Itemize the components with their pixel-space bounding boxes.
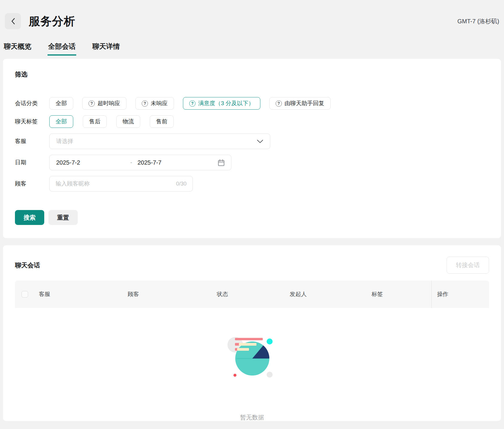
sessions-title: 聊天会话 bbox=[15, 261, 40, 269]
sessions-table: 客服 顾客 状态 发起人 标签 操作 bbox=[15, 281, 489, 420]
empty-state-text: 暂无数据 bbox=[15, 413, 489, 422]
sessions-card: 聊天会话 转接会话 客服 顾客 状态 发起人 标签 bbox=[3, 245, 501, 421]
chip-label: 未响应 bbox=[151, 99, 168, 107]
chip-label: 售前 bbox=[156, 118, 167, 125]
customer-input[interactable] bbox=[56, 180, 176, 187]
filter-card: 筛选 会话分类 全部 ? 超时响应 ? 未响应 bbox=[3, 59, 501, 238]
tab[interactable]: 全部会话 bbox=[48, 42, 76, 56]
table-body: 暂无数据 bbox=[15, 308, 489, 420]
topbar: 服务分析 GMT-7 (洛杉矶) bbox=[0, 0, 504, 29]
illo-dot bbox=[267, 372, 273, 378]
question-circle-icon: ? bbox=[276, 100, 282, 107]
question-circle-icon: ? bbox=[189, 100, 196, 107]
filter-row-customer: 顾客 0/30 bbox=[15, 176, 489, 191]
empty-pie-chart-illustration bbox=[222, 332, 282, 380]
filter-row-category: 会话分类 全部 ? 超时响应 ? 未响应 bbox=[15, 97, 489, 110]
timezone-label: GMT-7 (洛杉矶) bbox=[457, 17, 499, 25]
tab-bar: 聊天概览 全部会话 聊天详情 bbox=[0, 42, 504, 56]
question-circle-icon: ? bbox=[88, 100, 95, 107]
customer-input-wrap: 0/30 bbox=[49, 176, 193, 191]
category-chips: 全部 ? 超时响应 ? 未响应 ? 满意度（3 分及以下） bbox=[49, 97, 331, 110]
filter-row-agent: 客服 请选择 bbox=[15, 134, 489, 149]
illo-dot bbox=[267, 338, 273, 344]
illo-bar bbox=[239, 343, 256, 346]
pie-chart-icon bbox=[235, 341, 269, 376]
tag-chip[interactable]: 售前 bbox=[150, 115, 174, 128]
tag-chip[interactable]: 物流 bbox=[116, 115, 140, 128]
agent-label: 客服 bbox=[15, 137, 49, 145]
filter-actions: 搜索 重置 bbox=[15, 210, 489, 225]
chip-label: 由聊天助手回复 bbox=[285, 99, 324, 107]
category-chip[interactable]: ? 未响应 bbox=[135, 97, 174, 110]
sessions-header: 聊天会话 转接会话 bbox=[15, 257, 489, 274]
column-header: 标签 bbox=[372, 290, 383, 298]
select-all-checkbox[interactable] bbox=[22, 291, 28, 298]
fixed-column-divider bbox=[431, 281, 432, 308]
illo-dot bbox=[233, 374, 236, 377]
tab[interactable]: 聊天详情 bbox=[92, 42, 120, 56]
date-label: 日期 bbox=[15, 159, 49, 166]
tag-chip[interactable]: 售后 bbox=[83, 115, 107, 128]
chevron-down-icon bbox=[257, 139, 263, 143]
column-header-action: 操作 bbox=[437, 290, 448, 298]
filter-title: 筛选 bbox=[15, 70, 489, 79]
back-button[interactable] bbox=[5, 13, 21, 29]
tab-label: 聊天详情 bbox=[92, 42, 120, 50]
filter-row-date: 日期 2025-7-2 - 2025-7-7 bbox=[15, 155, 489, 170]
chip-label: 物流 bbox=[123, 118, 134, 125]
illo-bar bbox=[235, 338, 263, 340]
tab-label: 全部会话 bbox=[48, 42, 76, 50]
agent-select-placeholder: 请选择 bbox=[56, 137, 73, 145]
chip-label: 满意度（3 分及以下） bbox=[198, 99, 254, 107]
date-end-value[interactable]: 2025-7-7 bbox=[138, 159, 218, 166]
category-chip[interactable]: 全部 bbox=[49, 97, 73, 110]
tag-chip[interactable]: 全部 bbox=[49, 115, 73, 128]
chip-label: 超时响应 bbox=[97, 99, 120, 107]
char-counter: 0/30 bbox=[176, 181, 187, 187]
chip-label: 全部 bbox=[56, 99, 67, 107]
date-range-picker[interactable]: 2025-7-2 - 2025-7-7 bbox=[49, 155, 231, 170]
category-chip[interactable]: ? 由聊天助手回复 bbox=[269, 97, 331, 110]
date-separator: - bbox=[130, 160, 132, 166]
column-header: 发起人 bbox=[290, 290, 307, 298]
chip-label: 售后 bbox=[89, 118, 100, 125]
column-header: 状态 bbox=[217, 290, 228, 298]
table-header: 客服 顾客 状态 发起人 标签 操作 bbox=[15, 281, 489, 308]
tag-chips: 全部 售后 物流 售前 bbox=[49, 115, 174, 128]
column-header: 客服 bbox=[39, 290, 50, 298]
column-header: 顾客 bbox=[128, 290, 139, 298]
search-button[interactable]: 搜索 bbox=[15, 210, 44, 225]
reset-button[interactable]: 重置 bbox=[48, 210, 78, 225]
calendar-icon bbox=[218, 159, 224, 166]
service-analysis-page: 服务分析 GMT-7 (洛杉矶) 聊天概览 全部会话 聊天详情 筛选 会话分类 bbox=[0, 0, 504, 429]
filter-row-tags: 聊天标签 全部 售后 物流 售前 bbox=[15, 115, 489, 128]
question-circle-icon: ? bbox=[142, 100, 148, 107]
category-chip[interactable]: ? 满意度（3 分及以下） bbox=[183, 97, 260, 110]
tab-label: 聊天概览 bbox=[4, 42, 31, 50]
category-chip[interactable]: ? 超时响应 bbox=[82, 97, 126, 110]
illo-bar bbox=[237, 348, 249, 351]
tab[interactable]: 聊天概览 bbox=[3, 42, 32, 56]
date-start-value[interactable]: 2025-7-2 bbox=[56, 159, 130, 166]
transfer-session-button[interactable]: 转接会话 bbox=[447, 257, 489, 274]
chip-label: 全部 bbox=[56, 118, 67, 125]
category-label: 会话分类 bbox=[15, 99, 49, 107]
agent-select[interactable]: 请选择 bbox=[49, 134, 270, 149]
tags-label: 聊天标签 bbox=[15, 118, 49, 125]
customer-label: 顾客 bbox=[15, 180, 49, 188]
page-title: 服务分析 bbox=[29, 14, 75, 29]
chevron-left-icon bbox=[11, 18, 15, 24]
